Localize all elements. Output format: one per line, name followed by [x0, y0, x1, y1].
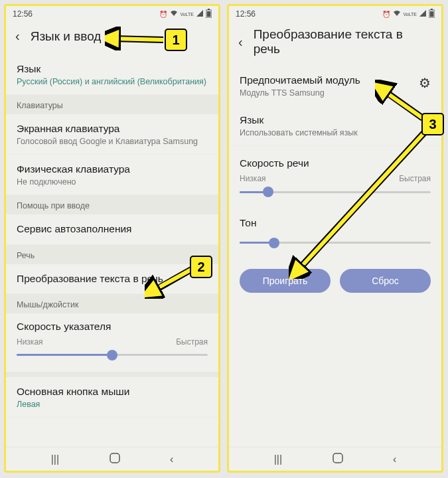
nav-bar: ||| ‹: [229, 447, 441, 471]
pointer-speed-high: Быстрая: [176, 337, 208, 347]
annotation-2: 2: [190, 256, 212, 278]
svg-rect-6: [430, 11, 434, 17]
physical-keyboard-row[interactable]: Физическая клавиатура Не подключено: [6, 155, 218, 195]
physical-keyboard-sub: Не подключено: [17, 177, 208, 187]
speech-rate-row: Скорость речи Низкая Быстрая: [229, 146, 441, 208]
header-title: Преобразование текста в речь: [254, 27, 432, 56]
screen-keyboard-row[interactable]: Экранная клавиатура Голосовой ввод Googl…: [6, 114, 218, 155]
section-mouse: Мышь/джойстик: [6, 294, 218, 313]
svg-rect-7: [333, 453, 342, 463]
volte-icon: VoLTE: [404, 12, 417, 17]
section-input-help: Помощь при вводе: [6, 195, 218, 214]
tts-language-sub: Использовать системный язык: [240, 128, 431, 137]
status-bar: 12:56 ⏰ VoLTE: [6, 6, 218, 21]
status-bar: 12:56 ⏰ VoLTE: [229, 6, 441, 21]
speech-rate-high: Быстрая: [399, 174, 431, 183]
annotation-3: 3: [421, 113, 444, 135]
tts-language-row[interactable]: Язык Использовать системный язык: [229, 106, 441, 146]
gear-icon[interactable]: ⚙: [419, 75, 431, 91]
screen-keyboard-title: Экранная клавиатура: [17, 122, 208, 135]
pitch-title: Тон: [240, 216, 431, 230]
speech-rate-title: Скорость речи: [240, 157, 431, 170]
nav-recents-icon[interactable]: |||: [274, 453, 282, 465]
status-icons: ⏰ VoLTE: [159, 9, 212, 19]
status-time: 12:56: [13, 9, 33, 19]
preferred-engine-row[interactable]: Предпочитаемый модуль Модуль TTS Samsung…: [229, 66, 441, 106]
nav-home-icon[interactable]: [333, 453, 343, 466]
tts-content: Предпочитаемый модуль Модуль TTS Samsung…: [229, 66, 441, 447]
svg-rect-1: [208, 9, 210, 10]
tts-language-title: Язык: [240, 114, 431, 127]
signal-icon: [419, 10, 426, 18]
svg-rect-2: [207, 11, 211, 17]
pitch-slider[interactable]: [240, 237, 431, 249]
nav-home-icon[interactable]: [110, 453, 120, 466]
back-icon[interactable]: ‹: [13, 27, 23, 45]
status-icons: ⏰ VoLTE: [382, 9, 435, 19]
back-icon[interactable]: ‹: [236, 33, 246, 51]
language-sub: Русский (Россия) и английский (Великобри…: [17, 77, 208, 86]
pointer-speed-title: Скорость указателя: [17, 320, 208, 333]
annotation-1: 1: [165, 29, 187, 51]
preferred-engine-title: Предпочитаемый модуль: [240, 74, 360, 87]
tts-title: Преобразование текста в речь: [17, 272, 208, 285]
tts-row[interactable]: Преобразование текста в речь: [6, 264, 218, 294]
status-time: 12:56: [236, 9, 256, 19]
reset-button[interactable]: Сброс: [340, 269, 431, 293]
signal-icon: [196, 10, 203, 18]
settings-content: Язык Русский (Россия) и английский (Вели…: [6, 54, 218, 447]
physical-keyboard-title: Физическая клавиатура: [17, 163, 208, 176]
primary-mouse-button-row[interactable]: Основная кнопка мыши Левая: [6, 377, 218, 418]
language-title: Язык: [17, 62, 208, 76]
speech-rate-low: Низкая: [240, 174, 266, 183]
section-speech: Речь: [6, 245, 218, 264]
battery-icon: [429, 9, 435, 19]
phone-left: 12:56 ⏰ VoLTE ‹ Язык и ввод Язык: [4, 4, 220, 473]
volte-icon: VoLTE: [181, 12, 194, 17]
header: ‹ Преобразование текста в речь: [229, 21, 441, 66]
pointer-speed-slider[interactable]: [17, 349, 208, 361]
autofill-service-title: Сервис автозаполнения: [17, 222, 208, 236]
language-row[interactable]: Язык Русский (Россия) и английский (Вели…: [6, 54, 218, 95]
play-button[interactable]: Проиграть: [240, 269, 331, 293]
alarm-icon: ⏰: [159, 11, 167, 18]
wifi-icon: [393, 10, 401, 18]
nav-back-icon[interactable]: ‹: [170, 453, 173, 465]
speech-rate-labels: Низкая Быстрая: [240, 174, 431, 183]
autofill-service-row[interactable]: Сервис автозаполнения: [6, 214, 218, 244]
wifi-icon: [170, 10, 178, 18]
svg-rect-5: [431, 9, 433, 10]
preferred-engine-sub: Модуль TTS Samsung: [240, 88, 360, 98]
tts-buttons-row: Проиграть Сброс: [229, 260, 441, 302]
svg-rect-3: [110, 453, 119, 463]
nav-recents-icon[interactable]: |||: [51, 453, 59, 465]
header-title: Язык и ввод: [31, 29, 102, 44]
pointer-speed-low: Низкая: [17, 337, 43, 347]
battery-icon: [206, 9, 212, 19]
phone-right: 12:56 ⏰ VoLTE ‹ Преобразование текста в …: [227, 4, 443, 473]
nav-back-icon[interactable]: ‹: [393, 453, 396, 465]
section-keyboards: Клавиатуры: [6, 95, 218, 114]
speech-rate-slider[interactable]: [240, 186, 431, 198]
pitch-row: Тон: [229, 208, 441, 259]
pointer-speed-row: Скорость указателя Низкая Быстрая: [6, 313, 218, 372]
pointer-speed-labels: Низкая Быстрая: [17, 337, 208, 347]
screen-keyboard-sub: Голосовой ввод Google и Клавиатура Samsu…: [17, 137, 208, 146]
primary-mouse-button-title: Основная кнопка мыши: [17, 385, 208, 398]
nav-bar: ||| ‹: [6, 447, 218, 471]
alarm-icon: ⏰: [382, 11, 390, 18]
primary-mouse-button-sub: Левая: [17, 400, 208, 409]
